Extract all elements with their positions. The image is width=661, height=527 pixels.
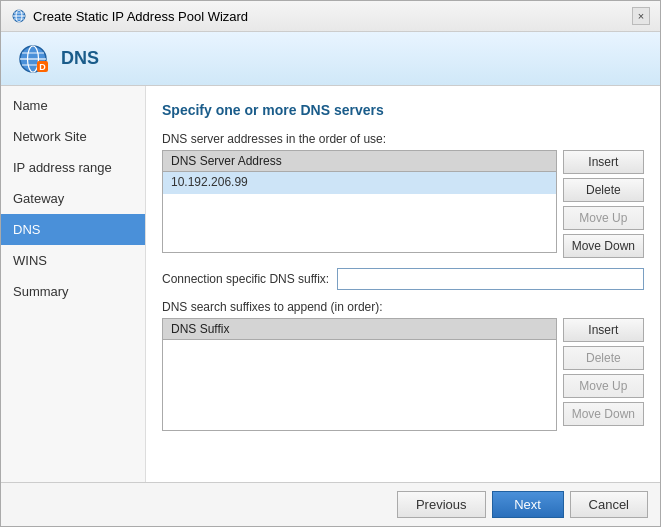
previous-button[interactable]: Previous (397, 491, 486, 518)
dns-move-up-button[interactable]: Move Up (563, 206, 644, 230)
footer: Previous Next Cancel (1, 482, 660, 526)
dns-icon: D (17, 43, 49, 75)
dns-servers-table: DNS Server Address 10.192.206.99 (162, 150, 557, 253)
dns-table-header: DNS Server Address (163, 151, 556, 172)
close-button[interactable]: × (632, 7, 650, 25)
sidebar-item-summary[interactable]: Summary (1, 276, 145, 307)
dns-header: D DNS (1, 32, 660, 86)
window-title: Create Static IP Address Pool Wizard (33, 9, 248, 24)
dns-suffix-table-container: DNS Suffix Insert Delete Move Up Move Do… (162, 318, 644, 431)
dns-delete-button[interactable]: Delete (563, 178, 644, 202)
dns-search-label: DNS search suffixes to append (in order)… (162, 300, 644, 314)
dns-btn-group: Insert Delete Move Up Move Down (563, 150, 644, 258)
sidebar-item-ip-address-range[interactable]: IP address range (1, 152, 145, 183)
sidebar-item-dns[interactable]: DNS (1, 214, 145, 245)
dns-suffix-move-up-button[interactable]: Move Up (563, 374, 644, 398)
cancel-button[interactable]: Cancel (570, 491, 648, 518)
main-content: Specify one or more DNS servers DNS serv… (146, 86, 660, 482)
content-area: Name Network Site IP address range Gatew… (1, 86, 660, 482)
connection-suffix-row: Connection specific DNS suffix: (162, 268, 644, 290)
dns-suffix-table-header: DNS Suffix (163, 319, 556, 340)
dns-servers-label: DNS server addresses in the order of use… (162, 132, 644, 146)
page-title: Specify one or more DNS servers (162, 102, 644, 118)
dns-suffix-table-body (163, 340, 556, 430)
dns-servers-table-container: DNS Server Address 10.192.206.99 Insert … (162, 150, 644, 258)
dns-move-down-button[interactable]: Move Down (563, 234, 644, 258)
sidebar: Name Network Site IP address range Gatew… (1, 86, 146, 482)
dns-servers-section: DNS server addresses in the order of use… (162, 132, 644, 258)
dns-suffix-move-down-button[interactable]: Move Down (563, 402, 644, 426)
table-row[interactable]: 10.192.206.99 (163, 172, 556, 194)
dns-suffix-insert-button[interactable]: Insert (563, 318, 644, 342)
dns-suffix-table: DNS Suffix (162, 318, 557, 431)
section-header-title: DNS (61, 48, 99, 69)
sidebar-item-gateway[interactable]: Gateway (1, 183, 145, 214)
svg-text:D: D (39, 62, 46, 72)
sidebar-item-network-site[interactable]: Network Site (1, 121, 145, 152)
dns-suffix-btn-group: Insert Delete Move Up Move Down (563, 318, 644, 426)
sidebar-item-name[interactable]: Name (1, 90, 145, 121)
connection-suffix-input[interactable] (337, 268, 644, 290)
connection-suffix-label: Connection specific DNS suffix: (162, 272, 329, 286)
window-icon (11, 8, 27, 24)
dns-table-body: 10.192.206.99 (163, 172, 556, 252)
sidebar-item-wins[interactable]: WINS (1, 245, 145, 276)
next-button[interactable]: Next (492, 491, 564, 518)
title-bar-left: Create Static IP Address Pool Wizard (11, 8, 248, 24)
dns-insert-button[interactable]: Insert (563, 150, 644, 174)
dns-search-section: DNS search suffixes to append (in order)… (162, 300, 644, 431)
dns-suffix-delete-button[interactable]: Delete (563, 346, 644, 370)
title-bar: Create Static IP Address Pool Wizard × (1, 1, 660, 32)
main-window: Create Static IP Address Pool Wizard × D… (0, 0, 661, 527)
